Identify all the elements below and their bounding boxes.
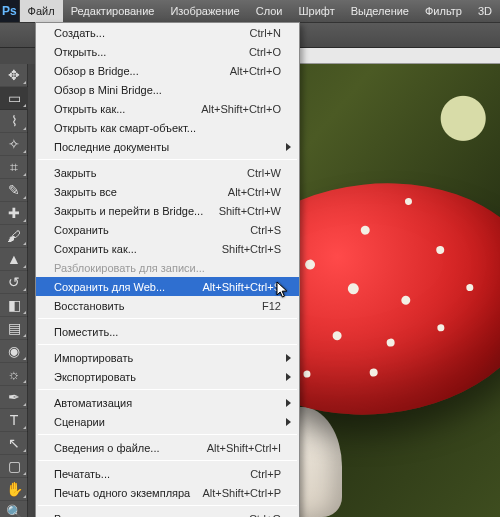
menu-item-shortcut: F12 (262, 300, 281, 312)
menu-item[interactable]: Сохранить как...Shift+Ctrl+S (36, 239, 299, 258)
file-menu-dropdown[interactable]: Создать...Ctrl+NОткрыть...Ctrl+OОбзор в … (35, 22, 300, 517)
menu-item-shortcut: Shift+Ctrl+S (222, 243, 281, 255)
menu-item-label: Закрыть все (54, 186, 228, 198)
menu-шрифт[interactable]: Шрифт (290, 0, 342, 22)
mushroom-spot (436, 246, 445, 255)
menu-изображение[interactable]: Изображение (162, 0, 247, 22)
menu-item[interactable]: Открыть как смарт-объект... (36, 118, 299, 137)
menu-item[interactable]: Последние документы (36, 137, 299, 156)
move-tool[interactable]: ✥ (0, 64, 28, 87)
menu-item-label: Восстановить (54, 300, 262, 312)
menubar: Ps ФайлРедактированиеИзображениеСлоиШриф… (0, 0, 500, 22)
menu-item[interactable]: Сценарии (36, 412, 299, 431)
menu-item-label: Закрыть (54, 167, 247, 179)
menu-item-label: Обзор в Bridge... (54, 65, 230, 77)
menu-слои[interactable]: Слои (248, 0, 291, 22)
menu-item-label: Поместить... (54, 326, 281, 338)
hand-tool[interactable]: ✋ (0, 478, 28, 501)
menu-item-shortcut: Ctrl+P (250, 468, 281, 480)
menu-item-label: Открыть как... (54, 103, 201, 115)
menu-separator (38, 344, 297, 345)
heal-tool[interactable]: ✚ (0, 202, 28, 225)
menu-item[interactable]: Сведения о файле...Alt+Shift+Ctrl+I (36, 438, 299, 457)
crop-tool[interactable]: ⌗ (0, 156, 28, 179)
menu-item-shortcut: Alt+Shift+Ctrl+S (202, 281, 281, 293)
mushroom-spot (466, 284, 474, 292)
menu-item-shortcut: Ctrl+O (249, 46, 281, 58)
menu-separator (38, 318, 297, 319)
wand-tool[interactable]: ✧ (0, 133, 28, 156)
menu-item-label: Сценарии (54, 416, 281, 428)
menu-файл[interactable]: Файл (20, 0, 63, 22)
type-tool[interactable]: T (0, 409, 28, 432)
menu-item[interactable]: Автоматизация (36, 393, 299, 412)
path-tool[interactable]: ↖ (0, 432, 28, 455)
menu-item[interactable]: Печать одного экземпляраAlt+Shift+Ctrl+P (36, 483, 299, 502)
stamp-tool[interactable]: ▲ (0, 248, 28, 271)
menu-item[interactable]: Создать...Ctrl+N (36, 23, 299, 42)
toolbox: ✥▭⌇✧⌗✎✚🖌▲↺◧▤◉☼✒T↖▢✋🔍 (0, 64, 28, 517)
menu-item-shortcut: Alt+Ctrl+O (230, 65, 281, 77)
history-brush-tool[interactable]: ↺ (0, 271, 28, 294)
menu-item-shortcut: Alt+Ctrl+W (228, 186, 281, 198)
menu-item-label: Создать... (54, 27, 250, 39)
menu-item[interactable]: Закрыть и перейти в Bridge...Shift+Ctrl+… (36, 201, 299, 220)
eyedropper-tool[interactable]: ✎ (0, 179, 28, 202)
menu-item-shortcut: Alt+Shift+Ctrl+I (207, 442, 281, 454)
menu-item[interactable]: ВыходCtrl+Q (36, 509, 299, 517)
menu-item[interactable]: Экспортировать (36, 367, 299, 386)
menu-separator (38, 460, 297, 461)
menu-item[interactable]: Сохранить для Web...Alt+Shift+Ctrl+S (36, 277, 299, 296)
menu-item: Разблокировать для записи... (36, 258, 299, 277)
menu-item[interactable]: Закрыть всеAlt+Ctrl+W (36, 182, 299, 201)
menu-item[interactable]: Импортировать (36, 348, 299, 367)
menu-item-shortcut: Ctrl+N (250, 27, 281, 39)
menu-item-shortcut: Ctrl+W (247, 167, 281, 179)
zoom-tool[interactable]: 🔍 (0, 501, 28, 517)
marquee-tool[interactable]: ▭ (0, 87, 28, 110)
gradient-tool[interactable]: ▤ (0, 317, 28, 340)
mushroom-spot (361, 226, 371, 236)
brush-tool[interactable]: 🖌 (0, 225, 28, 248)
menu-item-label: Сохранить как... (54, 243, 222, 255)
lasso-tool[interactable]: ⌇ (0, 110, 28, 133)
menu-separator (38, 389, 297, 390)
blur-tool[interactable]: ◉ (0, 340, 28, 363)
menu-item-shortcut: Ctrl+Q (249, 513, 281, 518)
eraser-tool[interactable]: ◧ (0, 294, 28, 317)
menu-item-label: Обзор в Mini Bridge... (54, 84, 281, 96)
menu-item-label: Последние документы (54, 141, 281, 153)
menu-3d[interactable]: 3D (470, 0, 500, 22)
menu-item[interactable]: Печатать...Ctrl+P (36, 464, 299, 483)
mushroom-spot (303, 371, 311, 379)
menu-item[interactable]: Обзор в Bridge...Alt+Ctrl+O (36, 61, 299, 80)
menu-item-label: Открыть как смарт-объект... (54, 122, 281, 134)
menu-выделение[interactable]: Выделение (343, 0, 417, 22)
menu-item-shortcut: Ctrl+S (250, 224, 281, 236)
menu-item[interactable]: Обзор в Mini Bridge... (36, 80, 299, 99)
menu-item[interactable]: СохранитьCtrl+S (36, 220, 299, 239)
menu-separator (38, 505, 297, 506)
menu-редактирование[interactable]: Редактирование (63, 0, 163, 22)
app-logo: Ps (0, 0, 20, 22)
menu-separator (38, 434, 297, 435)
mushroom-spot (305, 259, 316, 270)
dodge-tool[interactable]: ☼ (0, 363, 28, 386)
menu-item[interactable]: Открыть как...Alt+Shift+Ctrl+O (36, 99, 299, 118)
menu-item-label: Автоматизация (54, 397, 281, 409)
menu-item[interactable]: Открыть...Ctrl+O (36, 42, 299, 61)
menu-item-label: Сохранить (54, 224, 250, 236)
menu-item[interactable]: ЗакрытьCtrl+W (36, 163, 299, 182)
menu-item-label: Открыть... (54, 46, 249, 58)
shape-tool[interactable]: ▢ (0, 455, 28, 478)
pen-tool[interactable]: ✒ (0, 386, 28, 409)
menu-item[interactable]: Поместить... (36, 322, 299, 341)
menu-item-label: Печатать... (54, 468, 250, 480)
mushroom-spot (401, 295, 411, 305)
menu-item[interactable]: ВосстановитьF12 (36, 296, 299, 315)
menu-separator (38, 159, 297, 160)
menu-item-label: Печать одного экземпляра (54, 487, 202, 499)
mushroom-spot (437, 324, 445, 332)
mushroom-spot (347, 282, 359, 294)
menu-фильтр[interactable]: Фильтр (417, 0, 470, 22)
